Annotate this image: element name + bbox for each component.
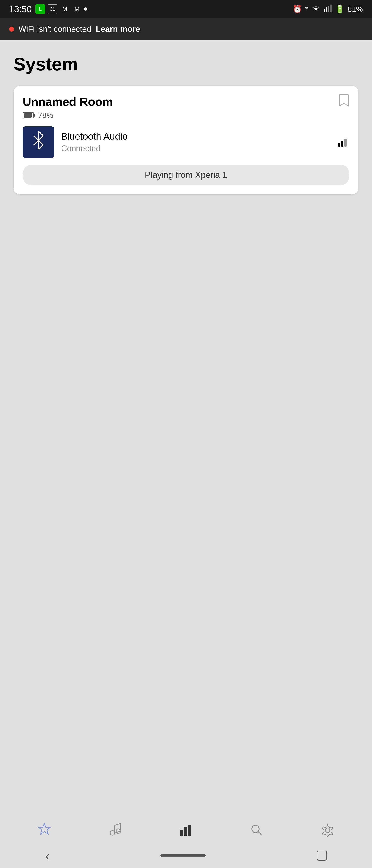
bluetooth-device-icon-box	[23, 126, 54, 158]
nav-item-charts[interactable]	[175, 819, 197, 842]
room-card: Unnamed Room 78%	[13, 86, 359, 194]
device-details: Bluetooth Audio Connected	[61, 131, 331, 153]
bluetooth-icon	[32, 131, 45, 153]
svg-rect-0	[323, 9, 325, 12]
device-row: Bluetooth Audio Connected	[23, 126, 349, 158]
wifi-learn-more-link[interactable]: Learn more	[96, 24, 140, 34]
favorites-icon	[37, 822, 51, 839]
line-app-icon: L	[35, 4, 45, 14]
svg-line-21	[258, 832, 262, 836]
room-name: Unnamed Room	[23, 95, 339, 108]
room-info: Unnamed Room 78%	[23, 95, 339, 120]
bluetooth-status-icon: *	[305, 5, 308, 13]
recent-apps-button[interactable]	[317, 850, 327, 861]
nav-item-favorites[interactable]	[33, 819, 56, 842]
wifi-error-dot	[9, 27, 14, 32]
status-icons-left: L 31 M M	[35, 4, 87, 14]
bookmark-icon[interactable]	[339, 94, 349, 110]
svg-rect-18	[184, 827, 187, 836]
battery-icon-status: 🔋	[335, 4, 344, 13]
main-content: System Unnamed Room 78%	[0, 40, 372, 208]
room-header: Unnamed Room 78%	[23, 95, 349, 120]
music-icon	[109, 823, 121, 839]
search-icon	[251, 824, 263, 837]
svg-rect-7	[338, 143, 340, 147]
svg-point-22	[325, 828, 330, 833]
device-name: Bluetooth Audio	[61, 131, 331, 142]
status-bar-right: ⏰ * 🔋 81%	[293, 4, 363, 13]
device-signal-icon	[338, 135, 349, 149]
svg-rect-1	[326, 7, 327, 12]
calendar-app-icon: 31	[48, 4, 57, 14]
signal-bars-icon	[323, 4, 332, 13]
nav-bar	[0, 814, 372, 845]
status-bar-left: 13:50 L 31 M M	[9, 4, 87, 14]
svg-rect-19	[188, 825, 191, 836]
room-battery: 78%	[23, 111, 339, 120]
gmail-icon: M	[60, 4, 70, 14]
back-button[interactable]: ‹	[45, 848, 50, 863]
nav-item-search[interactable]	[246, 819, 268, 842]
home-pill[interactable]	[161, 854, 206, 857]
bottom-nav: ‹	[0, 814, 372, 868]
nav-item-music[interactable]	[104, 819, 126, 842]
nav-item-settings[interactable]	[316, 819, 339, 842]
svg-point-11	[110, 831, 115, 835]
svg-point-20	[252, 825, 259, 833]
svg-line-16	[115, 824, 121, 825]
svg-marker-10	[38, 824, 50, 834]
gmail2-icon: M	[72, 4, 82, 14]
svg-rect-17	[180, 830, 183, 836]
status-bar: 13:50 L 31 M M ⏰ * 🔋 81%	[0, 0, 372, 18]
wifi-notification-banner[interactable]: WiFi isn't connected Learn more	[0, 18, 372, 40]
page-title: System	[11, 54, 361, 74]
system-nav: ‹	[0, 845, 372, 868]
svg-rect-2	[328, 6, 330, 12]
svg-rect-3	[331, 4, 332, 12]
settings-icon	[321, 824, 334, 838]
svg-rect-5	[34, 114, 35, 117]
room-battery-percent: 78%	[38, 111, 53, 120]
status-time: 13:50	[9, 4, 32, 14]
wifi-notification-text: WiFi isn't connected	[19, 24, 91, 34]
room-battery-icon	[23, 112, 35, 119]
battery-percent-status: 81%	[348, 5, 363, 13]
notification-dot	[84, 7, 87, 11]
svg-rect-8	[341, 141, 343, 147]
svg-rect-6	[24, 113, 32, 118]
device-status: Connected	[61, 144, 331, 153]
charts-icon	[179, 822, 193, 839]
svg-rect-9	[344, 138, 347, 147]
wifi-status-icon	[311, 4, 320, 13]
alarm-icon: ⏰	[293, 4, 302, 13]
playing-from-button[interactable]: Playing from Xperia 1	[23, 165, 349, 185]
